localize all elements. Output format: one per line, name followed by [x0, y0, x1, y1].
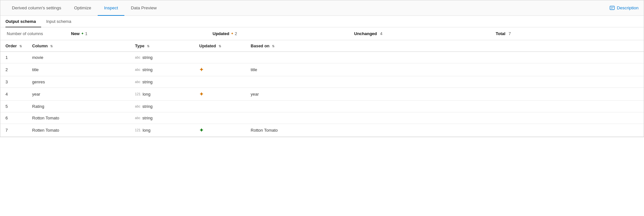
updated-dot: ✦	[231, 32, 234, 35]
cell-type: abcstring	[130, 52, 194, 63]
table-row: 6Rotton Tomatoabcstring	[0, 112, 644, 124]
cell-order: 3	[0, 76, 27, 88]
cell-based-on: Rotton Tomato	[246, 124, 644, 137]
cell-based-on	[246, 76, 644, 88]
cell-based-on: year	[246, 88, 644, 101]
table-row: 2titleabcstring✦title	[0, 63, 644, 76]
tab-data-preview[interactable]: Data Preview	[124, 1, 163, 16]
description-icon	[610, 5, 615, 11]
tab-bar: Derived column's settings Optimize Inspe…	[0, 0, 644, 16]
cell-column: movie	[27, 52, 130, 63]
sort-icon-updated: ⇅	[219, 44, 221, 48]
updated-value: 2	[235, 31, 237, 36]
type-tag: abc	[135, 68, 140, 71]
summary-label: Number of columns	[7, 31, 71, 36]
sort-icon-type: ⇅	[147, 44, 149, 48]
tab-derived-column-settings[interactable]: Derived column's settings	[5, 1, 67, 16]
updated-label: Updated	[213, 31, 229, 36]
type-tag: abc	[135, 80, 140, 84]
type-tag: abc	[135, 56, 140, 59]
type-value: string	[142, 104, 153, 109]
col-header-type[interactable]: Type ⇅	[130, 40, 194, 52]
description-button[interactable]: Description	[610, 5, 639, 11]
new-value: 1	[85, 31, 87, 36]
svg-rect-0	[610, 6, 614, 10]
cell-based-on: title	[246, 63, 644, 76]
new-dot: ✦	[81, 32, 84, 35]
cell-updated	[194, 101, 246, 112]
table-row: 7Rotten Tomato121long✦Rotton Tomato	[0, 124, 644, 137]
col-header-order[interactable]: Order ⇅	[0, 40, 27, 52]
summary-stat-total: Total 7	[496, 31, 638, 36]
cell-column: year	[27, 88, 130, 101]
cell-order: 1	[0, 52, 27, 63]
summary-row: Number of columns New ✦ 1 Updated ✦ 2 Un…	[0, 27, 644, 40]
updated-indicator: ✦	[199, 67, 203, 72]
cell-type: abcstring	[130, 112, 194, 124]
cell-column: Rating	[27, 101, 130, 112]
type-value: string	[142, 80, 153, 84]
main-panel: Derived column's settings Optimize Inspe…	[0, 0, 644, 137]
type-tag: 121	[135, 92, 141, 96]
new-label: New	[71, 31, 80, 36]
cell-based-on	[246, 112, 644, 124]
sort-icon-column: ⇅	[50, 44, 53, 48]
cell-order: 5	[0, 101, 27, 112]
table-row: 5Ratingabcstring	[0, 101, 644, 112]
cell-type: abcstring	[130, 63, 194, 76]
cell-order: 6	[0, 112, 27, 124]
cell-type: abcstring	[130, 101, 194, 112]
total-label: Total	[496, 31, 505, 36]
table-body: 1movieabcstring2titleabcstring✦title3gen…	[0, 52, 644, 137]
updated-indicator: ✦	[199, 127, 203, 133]
cell-order: 7	[0, 124, 27, 137]
unchanged-value: 4	[380, 31, 382, 36]
schema-table: Order ⇅ Column ⇅ Type ⇅ Updated ⇅	[0, 40, 644, 137]
tab-inspect[interactable]: Inspect	[98, 1, 125, 16]
cell-column: title	[27, 63, 130, 76]
cell-column: Rotten Tomato	[27, 124, 130, 137]
cell-updated: ✦	[194, 88, 246, 101]
table-row: 1movieabcstring	[0, 52, 644, 63]
col-header-based-on[interactable]: Based on ⇅	[246, 40, 644, 52]
cell-order: 2	[0, 63, 27, 76]
cell-type: abcstring	[130, 76, 194, 88]
cell-updated: ✦	[194, 124, 246, 137]
type-value: string	[142, 67, 153, 72]
unchanged-label: Unchanged	[354, 31, 377, 36]
summary-stat-unchanged: Unchanged 4	[354, 31, 496, 36]
sort-icon-based-on: ⇅	[272, 44, 274, 48]
summary-stat-new: New ✦ 1	[71, 31, 213, 36]
type-tag: abc	[135, 105, 140, 108]
table-header: Order ⇅ Column ⇅ Type ⇅ Updated ⇅	[0, 40, 644, 52]
cell-based-on	[246, 101, 644, 112]
summary-stat-updated: Updated ✦ 2	[213, 31, 354, 36]
cell-order: 4	[0, 88, 27, 101]
table-row: 3genresabcstring	[0, 76, 644, 88]
cell-updated: ✦	[194, 63, 246, 76]
sub-tab-input-schema[interactable]: Input schema	[41, 16, 76, 27]
type-value: long	[143, 128, 151, 133]
total-value: 7	[509, 31, 511, 36]
type-value: string	[142, 55, 153, 60]
tab-optimize[interactable]: Optimize	[67, 1, 97, 16]
type-value: string	[142, 116, 153, 120]
cell-column: genres	[27, 76, 130, 88]
sort-icon-order: ⇅	[19, 44, 22, 48]
cell-type: 121long	[130, 88, 194, 101]
sub-tab-bar: Output schema Input schema	[0, 16, 644, 27]
sub-tab-output-schema[interactable]: Output schema	[5, 16, 41, 27]
cell-column: Rotton Tomato	[27, 112, 130, 124]
cell-based-on	[246, 52, 644, 63]
type-tag: abc	[135, 116, 140, 120]
cell-updated	[194, 112, 246, 124]
type-tag: 121	[135, 128, 141, 132]
type-value: long	[143, 92, 151, 97]
cell-updated	[194, 76, 246, 88]
col-header-column[interactable]: Column ⇅	[27, 40, 130, 52]
table-row: 4year121long✦year	[0, 88, 644, 101]
schema-table-container[interactable]: Order ⇅ Column ⇅ Type ⇅ Updated ⇅	[0, 40, 644, 137]
cell-updated	[194, 52, 246, 63]
updated-indicator: ✦	[199, 91, 203, 97]
col-header-updated[interactable]: Updated ⇅	[194, 40, 246, 52]
